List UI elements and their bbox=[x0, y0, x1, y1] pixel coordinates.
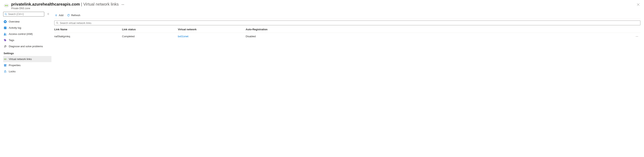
col-auto-registration[interactable]: Auto-Registration bbox=[246, 28, 634, 31]
svg-point-3 bbox=[5, 13, 6, 14]
cell-link-status: Completed bbox=[122, 35, 178, 38]
vnet-link-icon bbox=[4, 58, 7, 61]
resource-name: privatelink.azurehealthcareapis.com bbox=[11, 2, 80, 6]
sidebar-search-input[interactable] bbox=[8, 13, 43, 16]
sidebar-item-label: Activity log bbox=[9, 26, 21, 29]
sidebar-item-access-control[interactable]: Access control (IAM) bbox=[3, 31, 52, 37]
svg-point-12 bbox=[4, 40, 5, 40]
sidebar-item-activity-log[interactable]: Activity log bbox=[3, 25, 52, 31]
tags-icon bbox=[4, 39, 7, 42]
sidebar-item-label: Virtual network links bbox=[9, 58, 32, 60]
main-search[interactable] bbox=[54, 20, 640, 25]
svg-rect-22 bbox=[6, 64, 6, 65]
cell-auto-registration: Disabled bbox=[246, 35, 634, 38]
sidebar-section-settings: Settings bbox=[3, 50, 52, 56]
svg-rect-20 bbox=[4, 65, 5, 65]
cell-vnet-link[interactable]: bx01vnet bbox=[178, 35, 188, 38]
svg-rect-17 bbox=[4, 64, 4, 66]
search-icon bbox=[56, 22, 58, 24]
col-virtual-network[interactable]: Virtual network bbox=[178, 28, 246, 31]
title-more-button[interactable]: ⋯ bbox=[122, 3, 124, 6]
resource-type-icon bbox=[4, 3, 9, 8]
refresh-button-label: Refresh bbox=[71, 14, 80, 17]
svg-rect-18 bbox=[5, 64, 6, 66]
collapse-sidebar-button[interactable] bbox=[46, 12, 50, 16]
svg-point-5 bbox=[4, 21, 6, 22]
svg-point-11 bbox=[6, 33, 6, 34]
col-link-status[interactable]: Link status bbox=[122, 28, 178, 31]
plus-icon bbox=[55, 14, 58, 17]
table-row[interactable]: naf3taikjymkq Completed bx01vnet Disable… bbox=[54, 33, 640, 40]
refresh-icon bbox=[67, 14, 70, 17]
sidebar-item-label: Properties bbox=[9, 64, 20, 67]
sidebar-item-label: Access control (IAM) bbox=[9, 32, 33, 36]
add-button[interactable]: Add bbox=[54, 13, 64, 18]
properties-icon bbox=[4, 64, 7, 67]
add-button-label: Add bbox=[59, 14, 64, 17]
sidebar-item-properties[interactable]: Properties bbox=[3, 62, 52, 68]
lock-icon bbox=[4, 70, 7, 73]
sidebar-item-overview[interactable]: Overview bbox=[3, 18, 52, 25]
sidebar-item-locks[interactable]: Locks bbox=[3, 68, 52, 74]
svg-point-24 bbox=[56, 22, 58, 23]
row-actions-button[interactable]: ⋯ bbox=[634, 35, 640, 38]
search-icon bbox=[4, 13, 7, 16]
svg-rect-9 bbox=[4, 28, 6, 29]
sidebar-item-label: Locks bbox=[9, 70, 16, 73]
svg-rect-19 bbox=[6, 64, 6, 66]
svg-rect-7 bbox=[4, 27, 6, 28]
refresh-button[interactable]: Refresh bbox=[66, 13, 81, 18]
section-title: Virtual network links bbox=[83, 2, 119, 6]
sidebar-item-label: Tags bbox=[9, 39, 14, 42]
cell-link-name: naf3taikjymkq bbox=[54, 35, 122, 38]
close-button[interactable] bbox=[636, 2, 640, 8]
overview-icon bbox=[4, 20, 7, 23]
main-search-input[interactable] bbox=[60, 22, 638, 24]
table-header: Link Name Link status Virtual network Au… bbox=[54, 26, 640, 33]
svg-rect-21 bbox=[5, 66, 6, 66]
svg-point-10 bbox=[4, 33, 6, 34]
activity-log-icon bbox=[4, 26, 7, 30]
resource-type-label: Private DNS zone bbox=[11, 7, 640, 10]
sidebar-item-tags[interactable]: Tags bbox=[3, 37, 52, 43]
sidebar-item-diagnose[interactable]: Diagnose and solve problems bbox=[3, 43, 52, 50]
sidebar-item-label: Overview bbox=[9, 20, 20, 23]
diagnose-icon bbox=[4, 45, 7, 48]
svg-rect-23 bbox=[4, 71, 6, 72]
sidebar-search[interactable] bbox=[3, 12, 44, 16]
title-separator: | bbox=[81, 2, 82, 6]
access-control-icon bbox=[4, 32, 7, 36]
sidebar-item-virtual-network-links[interactable]: Virtual network links bbox=[3, 56, 52, 62]
col-link-name[interactable]: Link Name bbox=[54, 28, 122, 31]
sidebar-item-label: Diagnose and solve problems bbox=[9, 45, 43, 48]
